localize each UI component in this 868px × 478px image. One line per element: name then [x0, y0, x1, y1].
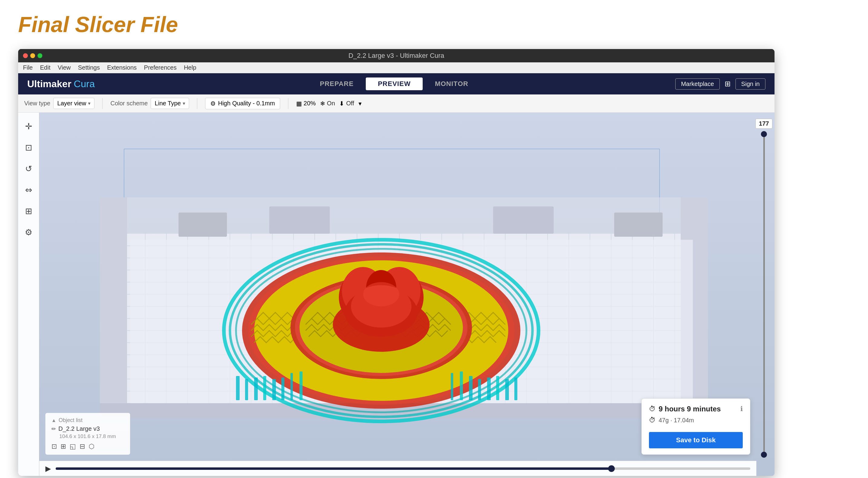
toolbar-separator-3 [288, 98, 288, 109]
left-sidebar: ✛ ⊡ ↺ ⇔ ⊞ ⚙ [18, 113, 39, 476]
app-logo: Ultimaker Cura [27, 79, 95, 90]
window-title: D_2.2 Large v3 - Ultimaker Cura [348, 52, 444, 60]
quality-pill[interactable]: ⚙ High Quality - 0.1mm [205, 98, 280, 109]
color-scheme-dropdown[interactable]: Line Type ▾ [151, 98, 189, 109]
object-icon-5[interactable]: ⬡ [89, 443, 94, 450]
svg-rect-87 [460, 371, 463, 400]
title-bar: D_2.2 Large v3 - Ultimaker Cura [18, 49, 775, 62]
progress-track[interactable] [56, 468, 750, 470]
support-tool[interactable]: ⊞ [21, 203, 36, 218]
svg-rect-51 [100, 198, 127, 415]
settings-tool[interactable]: ⚙ [21, 225, 36, 240]
nav-tabs: PREPARE PREVIEW MONITOR [113, 78, 675, 90]
infill-group: ▦ 20% [296, 100, 316, 107]
page-title: Final Slicer File [18, 12, 850, 37]
fan-icon: ❄ [320, 100, 325, 107]
toolbar: View type Layer view ▾ Color scheme Line… [18, 94, 775, 113]
svg-rect-50 [614, 212, 662, 237]
info-panel: ▲ Object list ✏ D_2.2 Large v3 104.6 x 1… [45, 413, 130, 455]
svg-rect-49 [493, 206, 554, 234]
color-scheme-value: Line Type [155, 100, 181, 107]
quality-label: High Quality - 0.1mm [218, 100, 275, 107]
print-time: 9 hours 9 minutes [659, 405, 721, 413]
edit-icon: ✏ [52, 426, 56, 432]
progress-thumb[interactable] [608, 465, 615, 472]
header-right: Marketplace ⊞ Sign in [675, 79, 766, 90]
object-icon-4[interactable]: ⊟ [80, 443, 85, 450]
layer-slider: 177 [756, 119, 772, 458]
support-group: ⬇ Off [339, 100, 354, 107]
maximize-button[interactable] [37, 53, 42, 58]
object-icon-1[interactable]: ⊡ [52, 443, 57, 450]
playback-bar: ▶ [39, 461, 756, 476]
print-settings-group: ▦ 20% ❄ On ⬇ Off ▾ [296, 100, 362, 107]
info-icon[interactable]: ℹ [740, 405, 743, 413]
results-panel: ⏱ 9 hours 9 minutes ℹ ⏱ 47g · 17.04m Sav… [641, 398, 750, 455]
svg-rect-75 [254, 378, 258, 400]
marketplace-button[interactable]: Marketplace [675, 79, 720, 90]
svg-rect-73 [236, 376, 240, 400]
fan-status: On [327, 100, 335, 107]
menu-preferences[interactable]: Preferences [144, 64, 177, 71]
logo-ultimaker: Ultimaker [27, 79, 71, 90]
minimize-button[interactable] [30, 53, 35, 58]
svg-rect-47 [179, 212, 227, 237]
svg-rect-84 [514, 378, 517, 400]
svg-rect-74 [245, 379, 248, 400]
svg-rect-83 [505, 379, 509, 400]
color-scheme-chevron: ▾ [183, 100, 185, 106]
viewport-container: ✛ ⊡ ↺ ⇔ ⊞ ⚙ [18, 113, 775, 476]
scale-tool[interactable]: ⊡ [21, 140, 36, 155]
clock-icon: ⏱ [649, 405, 656, 413]
traffic-lights [23, 53, 42, 58]
play-button[interactable]: ▶ [45, 465, 51, 473]
object-dimensions: 104.6 x 101.6 x 17.8 mm [59, 434, 124, 440]
signin-button[interactable]: Sign in [736, 79, 766, 90]
object-icon-2[interactable]: ⊞ [61, 443, 66, 450]
object-icon-3[interactable]: ◱ [70, 443, 76, 450]
tab-monitor[interactable]: MONITOR [423, 78, 480, 90]
layer-slider-track[interactable] [763, 131, 765, 458]
menu-view[interactable]: View [58, 64, 71, 71]
app-header: Ultimaker Cura PREPARE PREVIEW MONITOR M… [18, 73, 775, 94]
save-to-disk-button[interactable]: Save to Disk [649, 432, 743, 448]
view-type-dropdown[interactable]: Layer view ▾ [53, 98, 94, 109]
menu-file[interactable]: File [23, 64, 33, 71]
progress-fill [56, 468, 612, 470]
layer-slider-thumb-bottom[interactable] [761, 452, 767, 458]
rotate-tool[interactable]: ↺ [21, 161, 36, 176]
svg-rect-81 [487, 378, 491, 400]
svg-rect-86 [300, 371, 303, 400]
view-type-chevron: ▾ [88, 100, 90, 106]
mirror-tool[interactable]: ⇔ [21, 182, 36, 198]
layer-value-display: 177 [755, 119, 772, 129]
viewport-3d[interactable]: ▲ Object list ✏ D_2.2 Large v3 104.6 x 1… [39, 113, 775, 476]
menu-edit[interactable]: Edit [40, 64, 50, 71]
tab-preview[interactable]: PREVIEW [366, 78, 423, 90]
quality-icon: ⚙ [210, 100, 216, 107]
layer-slider-thumb-top[interactable] [761, 131, 767, 137]
move-tool[interactable]: ✛ [21, 119, 36, 134]
chevron-up-icon: ▲ [52, 418, 56, 423]
color-scheme-label: Color scheme [111, 100, 148, 107]
infill-icon: ▦ [296, 100, 302, 107]
menu-settings[interactable]: Settings [78, 64, 100, 71]
support-icon: ⬇ [339, 100, 344, 107]
menu-help[interactable]: Help [184, 64, 196, 71]
svg-rect-78 [281, 378, 284, 400]
material-info: 47g · 17.04m [659, 417, 694, 424]
app-window: D_2.2 Large v3 - Ultimaker Cura File Edi… [18, 49, 775, 476]
material-icon: ⏱ [649, 416, 656, 424]
object-name: D_2.2 Large v3 [58, 425, 100, 432]
menu-extensions[interactable]: Extensions [107, 64, 137, 71]
logo-cura: Cura [74, 79, 95, 90]
close-button[interactable] [23, 53, 28, 58]
tab-prepare[interactable]: PREPARE [308, 78, 366, 90]
svg-point-72 [363, 282, 399, 306]
view-type-group: View type Layer view ▾ [24, 98, 94, 109]
object-list-label: Object list [59, 417, 83, 423]
grid-icon[interactable]: ⊞ [724, 80, 731, 88]
svg-rect-76 [263, 376, 266, 400]
svg-rect-88 [451, 373, 453, 400]
print-settings-chevron[interactable]: ▾ [359, 100, 362, 107]
